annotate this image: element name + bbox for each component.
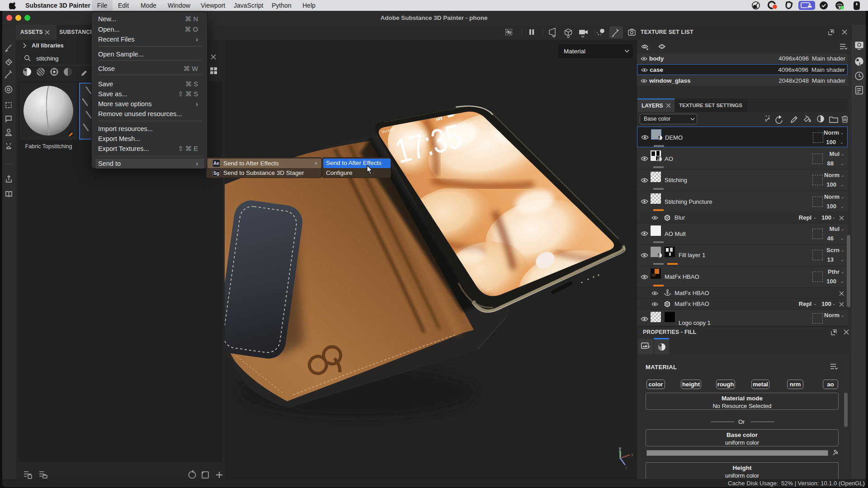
svg-text:1: 1 xyxy=(661,45,663,49)
svg-text:x: x xyxy=(631,452,633,457)
svg-text:z: z xyxy=(625,465,627,470)
svg-text:y: y xyxy=(619,446,621,451)
